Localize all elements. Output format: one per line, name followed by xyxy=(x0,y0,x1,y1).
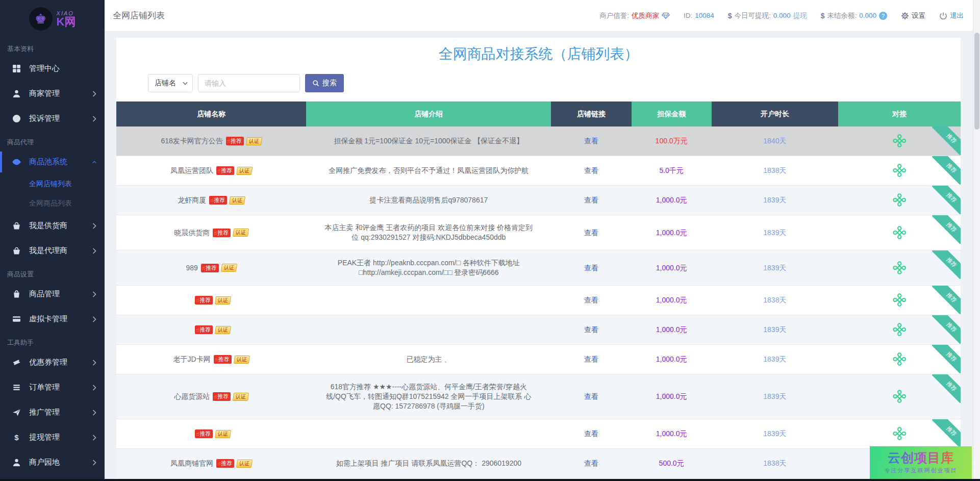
diamond-icon xyxy=(662,12,670,20)
shop-intro: 提卡注意看商品说明售后q978078617 xyxy=(306,186,551,215)
sidebar-subitem[interactable]: 全网店铺列表 xyxy=(0,174,105,194)
chevron-down-icon xyxy=(183,82,188,85)
shop-row[interactable]: ☝推荐认证查看1,000.0元1838天⌘推荐 xyxy=(116,286,961,315)
connect-icon[interactable]: ⌘ xyxy=(890,320,909,339)
view-link[interactable]: 查看 xyxy=(584,195,598,205)
verified-badge: 认证 xyxy=(236,167,253,175)
shop-row[interactable]: 凤凰运营团队☝推荐认证全网推广免费发布，否则平台不予通过！凤凰运营团队为你护航查… xyxy=(116,156,961,186)
deposit-amount: 1,000.0元 xyxy=(656,325,687,335)
connect-icon[interactable]: ⌘ xyxy=(890,131,909,150)
shop-row[interactable]: ☝推荐认证查看1,000.0元1839天⌘推荐 xyxy=(116,419,961,449)
settings-button[interactable]: 设置 xyxy=(912,11,925,20)
recommend-badge: ☝推荐 xyxy=(216,459,234,468)
connect-icon[interactable]: ⌘ xyxy=(890,424,909,443)
balance-label: 未结余额: xyxy=(827,11,857,20)
sidebar-submenu: 全网店铺列表全网商品列表 xyxy=(0,174,105,213)
verified-badge: 认证 xyxy=(215,296,231,305)
topbar: 全网店铺列表 商户信誉: 优质商家 ID: 10084 今日可提现: 0.000… xyxy=(105,0,973,32)
view-link[interactable]: 查看 xyxy=(584,429,598,439)
withdraw-link[interactable]: 提现 xyxy=(793,11,807,20)
sidebar-item[interactable]: 管理中心 xyxy=(0,56,105,81)
account-age: 1839天 xyxy=(763,355,786,364)
shop-row[interactable]: 晓晨供货商☝推荐认证本店主卖 和评金鹰 王者农药的项目 欢迎各位前来对接 价格肯… xyxy=(116,215,961,250)
view-link[interactable]: 查看 xyxy=(584,228,598,238)
sidebar-item[interactable]: 虚拟卡管理 xyxy=(0,307,105,332)
pool-icon xyxy=(12,158,21,166)
chevron-right-icon xyxy=(92,460,96,466)
connect-icon[interactable]: ⌘ xyxy=(890,190,909,210)
view-link[interactable]: 查看 xyxy=(584,325,598,335)
sidebar-item[interactable]: 订单管理 xyxy=(0,375,105,400)
sidebar-item[interactable]: 优惠券管理 xyxy=(0,350,105,375)
view-link[interactable]: 查看 xyxy=(584,136,598,146)
sidebar-item[interactable]: $提现管理 xyxy=(0,425,105,450)
account-age: 1838天 xyxy=(763,295,786,305)
gear-icon[interactable] xyxy=(901,12,909,20)
power-icon[interactable] xyxy=(939,12,947,20)
connect-icon[interactable]: ⌘ xyxy=(890,258,909,277)
chevron-right-icon xyxy=(92,291,96,297)
withdrawable-label: 今日可提现: xyxy=(735,11,771,20)
search-icon xyxy=(312,80,319,87)
logo-text-bottom: K网 xyxy=(57,16,76,28)
shop-row[interactable]: ☝推荐认证查看1,000.0元1839天⌘推荐 xyxy=(116,315,961,345)
view-link[interactable]: 查看 xyxy=(584,263,598,273)
sidebar-item[interactable]: 商家管理 xyxy=(0,81,105,106)
shop-row[interactable]: 龙虾商厦☝推荐认证提卡注意看商品说明售后q978078617查看1,000.0元… xyxy=(116,186,961,215)
connect-icon[interactable]: ⌘ xyxy=(890,161,909,180)
search-input[interactable] xyxy=(198,74,300,92)
chevron-right-icon xyxy=(92,116,96,122)
chevron-right-icon xyxy=(92,91,96,97)
sidebar-item-label: 我是供货商 xyxy=(29,221,67,231)
verified-badge: 认证 xyxy=(215,326,231,334)
connect-icon[interactable]: ⌘ xyxy=(890,387,909,406)
view-link[interactable]: 查看 xyxy=(584,392,598,401)
chevron-right-icon xyxy=(92,385,96,391)
column-header: 对接 xyxy=(838,102,961,126)
shop-row[interactable]: 618发卡网官方公告☝推荐认证担保金额 1元=100保证金 10元=1000保证… xyxy=(116,126,961,156)
sidebar-item[interactable]: 我是代理商 xyxy=(0,238,105,263)
shop-row[interactable]: 凤凰商铺官网☝推荐认证如需上架项目 推广项目 请联系凤凰运营QQ： 290601… xyxy=(116,449,961,478)
view-link[interactable]: 查看 xyxy=(584,355,598,364)
card-icon xyxy=(12,315,21,323)
connect-icon[interactable]: ⌘ xyxy=(890,290,909,310)
chevron-right-icon xyxy=(92,410,96,416)
view-link[interactable]: 查看 xyxy=(584,459,598,468)
shop-row[interactable]: 老于JD卡网☝推荐认证已稳定为主 、查看1,000.0元1839天⌘推荐 xyxy=(116,345,961,374)
agent-icon xyxy=(12,246,21,255)
search-filter-select[interactable]: 店铺名 xyxy=(148,74,193,92)
shop-intro xyxy=(306,419,551,448)
sidebar-item[interactable]: 商户园地 xyxy=(0,450,105,475)
logo[interactable]: ♚ XIAO K网 xyxy=(0,0,105,38)
sidebar-item[interactable]: 商品管理 xyxy=(0,282,105,307)
logout-button[interactable]: 退出 xyxy=(950,11,964,20)
svg-text:$: $ xyxy=(14,434,19,442)
shop-row[interactable]: 989☝推荐认证PEAK王者 http://peaknb.cccpan.com/… xyxy=(116,250,961,286)
recommend-badge: ☝推荐 xyxy=(201,264,219,272)
help-icon[interactable] xyxy=(879,12,887,20)
search-button-label: 搜索 xyxy=(322,79,337,88)
shop-intro: 担保金额 1元=100保证金 10元=1000保证金 【保证金不退】 xyxy=(306,126,551,156)
sidebar-item[interactable]: 商品池系统 xyxy=(0,149,105,174)
connect-icon[interactable]: ⌘ xyxy=(890,349,909,369)
recommend-badge: ☝推荐 xyxy=(195,325,213,334)
scrollbar[interactable] xyxy=(973,0,980,481)
scrollbar-thumb[interactable] xyxy=(974,33,979,130)
search-button[interactable]: 搜索 xyxy=(305,74,344,92)
recommend-ribbon: 推荐 xyxy=(932,186,961,214)
sidebar-item[interactable]: 我是供货商 xyxy=(0,213,105,238)
sidebar-item[interactable]: 投诉管理 xyxy=(0,106,105,131)
sidebar-item[interactable]: 推广管理 xyxy=(0,400,105,425)
shop-intro: 如需上架项目 推广项目 请联系凤凰运营QQ： 2906019200 xyxy=(306,449,551,478)
verified-badge: 认证 xyxy=(233,229,249,237)
shop-name-cell: 凤凰商铺官网☝推荐认证 xyxy=(116,449,306,478)
view-link[interactable]: 查看 xyxy=(584,295,598,305)
deposit-amount: 1,000.0元 xyxy=(656,263,687,273)
sidebar-subitem[interactable]: 全网商品列表 xyxy=(0,194,105,213)
view-link[interactable]: 查看 xyxy=(584,166,598,175)
connect-icon[interactable]: ⌘ xyxy=(890,223,909,242)
shop-row[interactable]: 心愿货源站☝推荐认证618官方推荐 ★★★----心愿货源站、何平金鹰/王者荣誉… xyxy=(116,374,961,419)
sidebar-item-label: 虚拟卡管理 xyxy=(29,314,67,324)
shop-name-cell: 老于JD卡网☝推荐认证 xyxy=(116,345,306,374)
deposit-amount: 500.0元 xyxy=(659,459,684,468)
